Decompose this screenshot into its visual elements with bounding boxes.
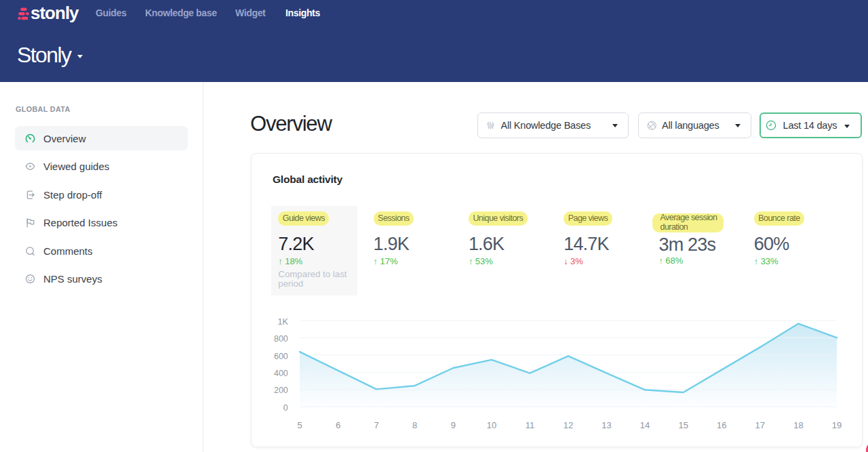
- svg-text:5: 5: [297, 420, 302, 430]
- svg-text:8: 8: [412, 420, 417, 430]
- svg-text:200: 200: [274, 386, 288, 395]
- svg-text:0: 0: [283, 403, 288, 413]
- svg-text:15: 15: [678, 420, 688, 430]
- svg-text:1K: 1K: [278, 317, 289, 327]
- svg-text:600: 600: [274, 352, 288, 361]
- svg-text:11: 11: [526, 420, 535, 430]
- svg-text:16: 16: [717, 420, 726, 430]
- svg-text:800: 800: [274, 334, 288, 344]
- svg-text:14: 14: [640, 420, 650, 430]
- svg-text:12: 12: [564, 420, 573, 430]
- svg-text:7: 7: [374, 420, 378, 430]
- svg-text:10: 10: [487, 420, 496, 430]
- svg-text:13: 13: [601, 420, 611, 430]
- svg-text:9: 9: [451, 420, 456, 430]
- svg-text:400: 400: [274, 369, 288, 378]
- svg-text:17: 17: [755, 420, 765, 430]
- svg-text:6: 6: [336, 420, 340, 430]
- svg-text:18: 18: [793, 420, 803, 430]
- svg-text:19: 19: [832, 420, 842, 430]
